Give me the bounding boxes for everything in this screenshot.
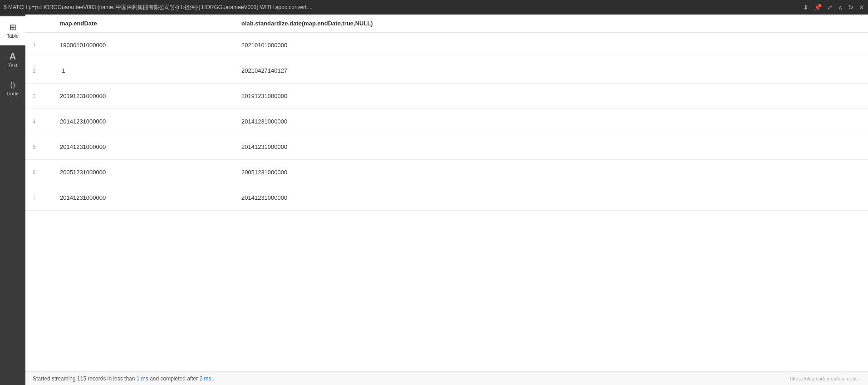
close-icon[interactable]: ✕ [859, 4, 864, 11]
status-bar: Started streaming 115 records in less th… [25, 371, 868, 385]
table-header: map.endDate olab.standardize.date(map.en… [25, 15, 868, 33]
table-row: 4 20141231000000 20141231000000 [25, 109, 868, 134]
status-text-before: Started streaming 115 records in less th… [33, 375, 137, 382]
sidebar-item-code[interactable]: ⟨⟩ Code [0, 74, 25, 104]
cell-standardized: 20141231000000 [234, 109, 868, 134]
cell-standardized: 20210427140127 [234, 58, 868, 84]
header-row: map.endDate olab.standardize.date(map.en… [25, 15, 868, 33]
table-row: 5 20141231000000 20141231000000 [25, 134, 868, 160]
minimize-icon[interactable]: ∧ [838, 4, 843, 11]
table-row: 6 20051231000000 20051231000000 [25, 160, 868, 185]
cell-standardized: 20191231000000 [234, 84, 868, 109]
cell-standardized: 20141231000000 [234, 134, 868, 160]
sidebar-text-label: Text [8, 63, 17, 68]
cell-rownum: 7 [25, 185, 53, 211]
col-rownum-header [25, 15, 53, 33]
table-row: 7 20141231000000 20141231000000 [25, 185, 868, 211]
table-icon: ⊞ [10, 23, 16, 31]
cell-enddate: 20141231000000 [53, 185, 234, 211]
query-text: $ MATCH p=(n:HORGGuaranteeV003 {name:'中国… [4, 4, 313, 11]
cell-enddate: -1 [53, 58, 234, 84]
sidebar-item-text[interactable]: A Text [0, 45, 25, 74]
cell-standardized: 20210101000000 [234, 33, 868, 58]
status-link-2ms[interactable]: 2 ms [200, 375, 211, 382]
cell-enddate: 20141231000000 [53, 109, 234, 134]
table-body: 1 19000101000000 20210101000000 2 -1 202… [25, 33, 868, 211]
table-row: 1 19000101000000 20210101000000 [25, 33, 868, 58]
cell-standardized: 20141231000000 [234, 185, 868, 211]
cell-rownum: 1 [25, 33, 53, 58]
sidebar: ⊞ Table A Text ⟨⟩ Code [0, 15, 25, 385]
cell-rownum: 5 [25, 134, 53, 160]
download-icon[interactable]: ⬇ [803, 4, 809, 11]
refresh-icon[interactable]: ↻ [848, 4, 853, 11]
results-table: map.endDate olab.standardize.date(map.en… [25, 15, 868, 211]
main-layout: ⊞ Table A Text ⟨⟩ Code map.endDate olab.… [0, 15, 868, 385]
col-standardized-header: olab.standardize.date(map.endDate,true,N… [234, 15, 868, 33]
window-controls: ⬇ 📌 ⤢ ∧ ↻ ✕ [803, 4, 864, 11]
table-row: 2 -1 20210427140127 [25, 58, 868, 84]
status-message: Started streaming 115 records in less th… [33, 375, 214, 382]
title-bar: $ MATCH p=(n:HORGGuaranteeV003 {name:'中国… [0, 0, 868, 15]
table-container[interactable]: map.endDate olab.standardize.date(map.en… [25, 15, 868, 371]
status-link-1ms[interactable]: 1 ms [137, 375, 148, 382]
cell-enddate: 20141231000000 [53, 134, 234, 160]
cell-standardized: 20051231000000 [234, 160, 868, 185]
cell-rownum: 4 [25, 109, 53, 134]
col-enddate-header: map.endDate [53, 15, 234, 33]
status-text-mid: and completed after [150, 375, 199, 382]
cell-rownum: 6 [25, 160, 53, 185]
cell-rownum: 3 [25, 84, 53, 109]
expand-icon[interactable]: ⤢ [827, 4, 833, 11]
status-text-suffix: . [213, 375, 214, 382]
status-url: https://blog.codea.eu/apjiment... [790, 376, 861, 381]
cell-enddate: 20191231000000 [53, 84, 234, 109]
cell-enddate: 20051231000000 [53, 160, 234, 185]
sidebar-table-label: Table [7, 33, 19, 39]
sidebar-item-table[interactable]: ⊞ Table [0, 16, 25, 45]
table-row: 3 20191231000000 20191231000000 [25, 84, 868, 109]
cell-rownum: 2 [25, 58, 53, 84]
code-icon: ⟨⟩ [10, 82, 15, 89]
sidebar-code-label: Code [7, 91, 19, 96]
text-icon: A [10, 52, 16, 61]
pin-icon[interactable]: 📌 [814, 4, 822, 11]
content-area: map.endDate olab.standardize.date(map.en… [25, 15, 868, 385]
cell-enddate: 19000101000000 [53, 33, 234, 58]
